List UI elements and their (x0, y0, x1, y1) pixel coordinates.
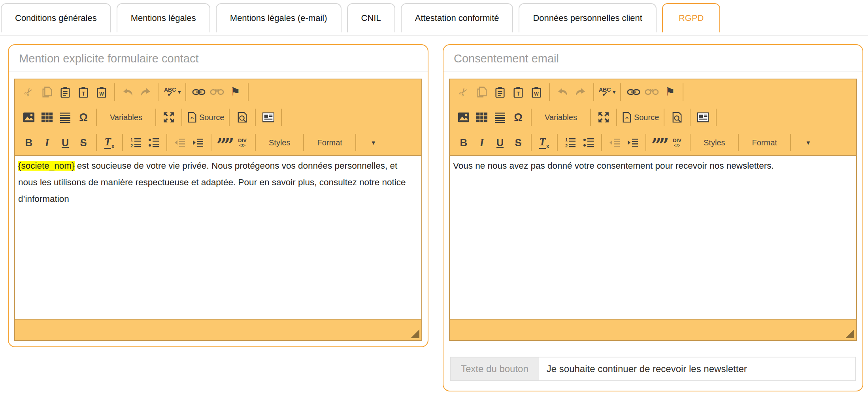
redo-button[interactable] (572, 82, 590, 102)
bulleted-list-button[interactable] (579, 132, 598, 153)
variable-token: {societe_nom} (18, 161, 75, 171)
resize-handle-icon[interactable] (411, 329, 419, 338)
button-text-input[interactable] (539, 357, 855, 380)
format-combo[interactable]: Format (308, 132, 351, 153)
collapse-toolbar-button[interactable]: ▾ (364, 132, 383, 153)
maximize-button[interactable] (594, 107, 613, 128)
paste-button[interactable] (56, 82, 74, 102)
paste-word-button[interactable]: W (527, 82, 545, 102)
special-char-button[interactable]: Ω (509, 107, 527, 128)
cut-button[interactable]: ✂ (20, 82, 38, 102)
copy-button[interactable] (38, 82, 56, 102)
italic-button[interactable]: I (473, 132, 491, 153)
paste-text-button[interactable]: T (509, 82, 527, 102)
tab-mentions-l-gales-e-mail-[interactable]: Mentions légales (e-mail) (216, 3, 342, 32)
link-button[interactable] (625, 82, 643, 102)
indent-button[interactable] (189, 132, 207, 153)
table-button[interactable] (473, 107, 491, 128)
tab-donn-es-personnelles-client[interactable]: Données personnelles client (519, 3, 656, 32)
link-button[interactable] (190, 82, 208, 102)
anchor-button[interactable]: ⚑ (226, 82, 244, 102)
styles-combo[interactable]: Styles (694, 132, 734, 153)
strikethrough-button[interactable]: S (74, 132, 92, 153)
templates-button[interactable] (259, 107, 277, 128)
bold-button[interactable]: B (455, 132, 473, 153)
svg-text:2: 2 (565, 143, 568, 148)
preview-icon (672, 111, 682, 123)
paste-word-button[interactable]: W (92, 82, 111, 102)
copy-icon (476, 86, 488, 98)
italic-button[interactable]: I (38, 132, 56, 153)
toolbar-separator (790, 134, 791, 151)
unlink-button[interactable] (643, 82, 661, 102)
preview-button[interactable] (668, 107, 686, 128)
bulleted-list-button[interactable] (145, 132, 163, 153)
tab-conditions-g-n-rales[interactable]: Conditions générales (1, 3, 111, 32)
tab-cnil[interactable]: CNIL (347, 3, 395, 32)
unlink-button[interactable] (208, 82, 226, 102)
tab-mentions-l-gales[interactable]: Mentions légales (117, 3, 210, 32)
horizontal-rule-button[interactable] (491, 107, 509, 128)
table-button[interactable] (38, 107, 56, 128)
special-char-button[interactable]: Ω (74, 107, 92, 128)
remove-format-button[interactable]: Tx (100, 132, 119, 153)
div-container-button[interactable]: DIV</> (233, 132, 251, 153)
editor-content[interactable]: {societe_nom} est soucieuse de votre vie… (15, 155, 421, 320)
paste-text-button[interactable]: T (74, 82, 92, 102)
div-container-button[interactable]: DIV</> (668, 132, 686, 153)
panel-consentement-email: Consentement email ✂TWABC✔▾⚑ΩVariables‹›… (443, 44, 863, 391)
bold-button[interactable]: B (20, 132, 38, 153)
source-button[interactable]: ‹›Source (621, 107, 660, 128)
templates-button[interactable] (694, 107, 712, 128)
maximize-button[interactable] (160, 107, 178, 128)
variables-combo[interactable]: Variables (535, 107, 587, 128)
blockquote-button[interactable]: ”” (215, 132, 233, 153)
image-icon (458, 111, 470, 123)
blockquote-button[interactable]: ”” (650, 132, 668, 153)
remove-format-button[interactable]: Tx (535, 132, 553, 153)
preview-icon (237, 111, 247, 123)
horizontal-rule-button[interactable] (56, 107, 74, 128)
spellcheck-button[interactable]: ABC✔▾ (163, 82, 182, 102)
toolbar-separator (255, 134, 256, 151)
copy-button[interactable] (473, 82, 491, 102)
image-button[interactable] (455, 107, 473, 128)
tab-rgpd[interactable]: RGPD (662, 3, 721, 32)
tab-attestation-conformit-[interactable]: Attestation conformité (401, 3, 513, 32)
styles-combo[interactable]: Styles (259, 132, 300, 153)
spellcheck-button[interactable]: ABC✔▾ (598, 82, 617, 102)
resize-handle-icon[interactable] (845, 329, 854, 338)
svg-text:‹›: ‹› (625, 115, 629, 121)
toolbar-separator (155, 109, 156, 126)
preview-button[interactable] (233, 107, 251, 128)
underline-button[interactable]: U (491, 132, 509, 153)
indent-button[interactable] (624, 132, 642, 153)
horizontal-rule-icon (59, 111, 71, 123)
undo-button[interactable] (553, 82, 572, 102)
toolbar-separator (229, 109, 230, 126)
image-icon (23, 111, 35, 123)
anchor-button[interactable]: ⚑ (661, 82, 679, 102)
italic-icon: I (45, 137, 49, 148)
underline-button[interactable]: U (56, 132, 74, 153)
special-char-icon: Ω (514, 112, 523, 123)
editor-content[interactable]: Vous ne nous avez pas donné votre consen… (450, 155, 856, 320)
numbered-list-button[interactable]: 12 (126, 132, 145, 153)
image-button[interactable] (20, 107, 38, 128)
outdent-button[interactable] (171, 132, 189, 153)
underline-icon: U (62, 138, 69, 148)
paste-text-icon: T (512, 86, 524, 98)
undo-button[interactable] (119, 82, 137, 102)
collapse-toolbar-button[interactable]: ▾ (799, 132, 817, 153)
outdent-button[interactable] (606, 132, 624, 153)
cut-button[interactable]: ✂ (455, 82, 473, 102)
redo-icon (575, 86, 587, 98)
format-combo[interactable]: Format (742, 132, 786, 153)
redo-button[interactable] (137, 82, 155, 102)
strikethrough-button[interactable]: S (509, 132, 527, 153)
paste-button[interactable] (491, 82, 509, 102)
variables-combo[interactable]: Variables (100, 107, 152, 128)
toolbar-separator (601, 134, 602, 151)
source-button[interactable]: ‹›Source (186, 107, 225, 128)
numbered-list-button[interactable]: 12 (561, 132, 579, 153)
